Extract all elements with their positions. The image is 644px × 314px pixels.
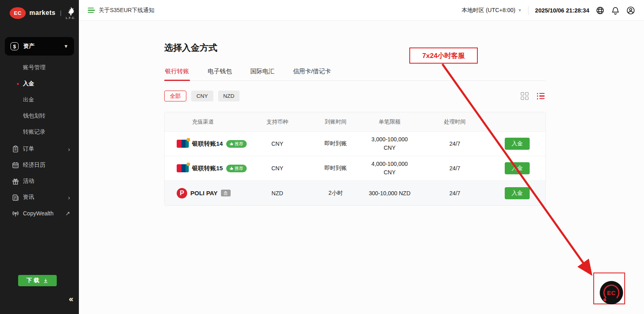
chevron-down-icon: ▼: [518, 8, 522, 12]
arrival-cell: 2小时: [314, 190, 358, 197]
logo-divider: |: [60, 10, 62, 16]
col-header-arrival-time: 到账时间: [314, 118, 358, 126]
chat-widget-highlight-box: EC: [593, 273, 625, 304]
sidebar-item-activities[interactable]: 活动: [0, 173, 79, 189]
app-window: EC markets | L.F.C. $ 资产 ▼ 账号管理 入金: [0, 0, 644, 314]
sidebar-item-label: 出金: [23, 96, 34, 103]
arrival-cell: 即时到账: [314, 140, 358, 147]
sidebar-item-label: CopyWealth: [23, 210, 65, 217]
gift-icon: [12, 178, 19, 185]
deposit-button[interactable]: 入金: [505, 162, 530, 174]
sidebar-item-label: 钱包划转: [23, 112, 45, 120]
news-icon: [12, 194, 19, 201]
announcement-icon: [88, 8, 95, 13]
deposit-button[interactable]: 入金: [505, 187, 530, 199]
bank-icon: [223, 191, 228, 195]
unionpay-logo-icon: [177, 140, 189, 148]
bank-badge: [221, 190, 231, 196]
limit-line1: 4,000-100,000: [358, 160, 421, 168]
chevron-right-icon: ›: [68, 194, 70, 201]
grid-view-icon[interactable]: [521, 92, 528, 100]
thumbs-up-icon: [229, 166, 233, 170]
col-header-channel: 充值渠道: [165, 118, 241, 126]
unionpay-logo-icon: [177, 164, 189, 172]
tab-bank-transfer[interactable]: 银行转账: [164, 65, 190, 81]
sidebar-collapse-button[interactable]: «: [69, 294, 73, 304]
sidebar-main-nav: 订单 › 经济日历 活动: [0, 141, 79, 221]
topbar: 关于S35EUR下线通知 本地时区 (UTC+8:00) ▼ 2025/10/0…: [79, 0, 644, 21]
channel-name: 银联转账15: [192, 165, 223, 172]
broadcast-icon: [12, 210, 19, 217]
view-toggles: [521, 92, 546, 101]
sidebar-item-transfer-records[interactable]: 转账记录: [0, 124, 79, 140]
external-link-icon: ↗: [65, 210, 70, 217]
customer-service-chat-button[interactable]: EC: [600, 281, 623, 304]
brand-logo: EC markets | L.F.C.: [0, 0, 79, 25]
announcement-text: 关于S35EUR下线通知: [99, 7, 154, 14]
tab-e-wallet[interactable]: 电子钱包: [207, 65, 233, 81]
filter-chip-cny[interactable]: CNY: [191, 91, 213, 101]
deposit-methods-table: 充值渠道 支持币种 到账时间 单笔限额 处理时间 银联转账14: [164, 112, 546, 206]
chevron-down-icon: ▼: [64, 43, 68, 49]
arrival-cell: 即时到账: [314, 165, 358, 172]
sidebar-item-label: 账号管理: [23, 64, 45, 71]
limit-line2: CNY: [358, 144, 421, 152]
globe-icon[interactable]: [596, 6, 605, 15]
currency-cell: CNY: [241, 165, 314, 171]
sidebar-item-label: 资讯: [23, 194, 68, 201]
sidebar-item-copywealth[interactable]: CopyWealth ↗: [0, 205, 79, 221]
channel-name: 银联转账14: [192, 140, 223, 148]
tab-international-wire[interactable]: 国际电汇: [250, 65, 275, 81]
sidebar-item-deposit[interactable]: 入金: [0, 76, 79, 92]
filter-chip-nzd[interactable]: NZD: [218, 91, 240, 101]
sidebar-item-economic-calendar[interactable]: 经济日历: [0, 157, 79, 173]
sidebar-item-account-management[interactable]: 账号管理: [0, 60, 79, 76]
limit-line2: CNY: [358, 168, 421, 177]
download-button[interactable]: 下载: [18, 275, 57, 286]
sidebar-item-label: 入金: [23, 80, 34, 87]
lfc-text: L.F.C.: [66, 17, 76, 19]
hours-cell: 24/7: [421, 165, 488, 171]
user-account-icon[interactable]: [626, 6, 635, 15]
poli-pay-logo-icon: P: [177, 188, 187, 198]
currency-filter-row: 全部 CNY NZD: [164, 91, 546, 101]
assets-subnav: 账号管理 入金 出金 钱包划转 转账记录: [0, 60, 79, 140]
sidebar: EC markets | L.F.C. $ 资产 ▼ 账号管理 入金: [0, 0, 79, 314]
col-header-processing-time: 处理时间: [421, 118, 488, 126]
sidebar-item-wallet-transfer[interactable]: 钱包划转: [0, 108, 79, 124]
sidebar-group-label: 资产: [23, 43, 64, 50]
timezone-selector[interactable]: 本地时区 (UTC+8:00) ▼: [462, 7, 522, 14]
download-icon: [43, 278, 49, 284]
hours-cell: 24/7: [421, 140, 488, 147]
deposit-button[interactable]: 入金: [505, 138, 530, 150]
assets-icon: $: [10, 42, 19, 50]
col-header-currency: 支持币种: [241, 118, 314, 126]
filter-chip-all[interactable]: 全部: [164, 91, 186, 101]
sidebar-item-orders[interactable]: 订单 ›: [0, 141, 79, 157]
list-view-icon[interactable]: [536, 92, 546, 101]
lfc-logo: L.F.C.: [66, 6, 76, 19]
main-content: 选择入金方式 银行转账 电子钱包 国际电汇 信用卡/借记卡 全部 CNY NZD: [79, 21, 644, 314]
datetime-display: 2025/10/06 21:28:34: [535, 7, 589, 14]
chevron-right-icon: ›: [68, 146, 70, 153]
download-label: 下载: [27, 277, 41, 284]
sidebar-item-label: 转账记录: [23, 128, 45, 136]
brand-name: markets: [29, 9, 56, 17]
limit-cell: 4,000-100,000 CNY: [358, 160, 421, 177]
currency-cell: NZD: [241, 190, 314, 196]
topbar-right: 本地时区 (UTC+8:00) ▼ 2025/10/06 21:28:34: [462, 6, 635, 15]
headset-icon: [603, 285, 619, 301]
sidebar-item-label: 活动: [23, 178, 70, 185]
table-header-row: 充值渠道 支持币种 到账时间 单笔限额 处理时间: [165, 112, 545, 132]
hours-cell: 24/7: [421, 190, 488, 196]
annotation-label: 7x24小时客服: [422, 51, 465, 60]
table-row: P POLI PAY NZD 2小时 300-10,000 NZD 24/7 入…: [165, 181, 545, 205]
currency-cell: CNY: [241, 140, 314, 147]
sidebar-item-news[interactable]: 资讯 ›: [0, 189, 79, 205]
announcement-link[interactable]: 关于S35EUR下线通知: [88, 7, 154, 14]
sidebar-group-assets[interactable]: $ 资产 ▼: [5, 37, 74, 56]
notifications-bell-icon[interactable]: [611, 6, 620, 15]
tab-credit-debit-card[interactable]: 信用卡/借记卡: [292, 65, 332, 81]
active-dot: [17, 83, 19, 85]
sidebar-item-withdrawal[interactable]: 出金: [0, 92, 79, 108]
